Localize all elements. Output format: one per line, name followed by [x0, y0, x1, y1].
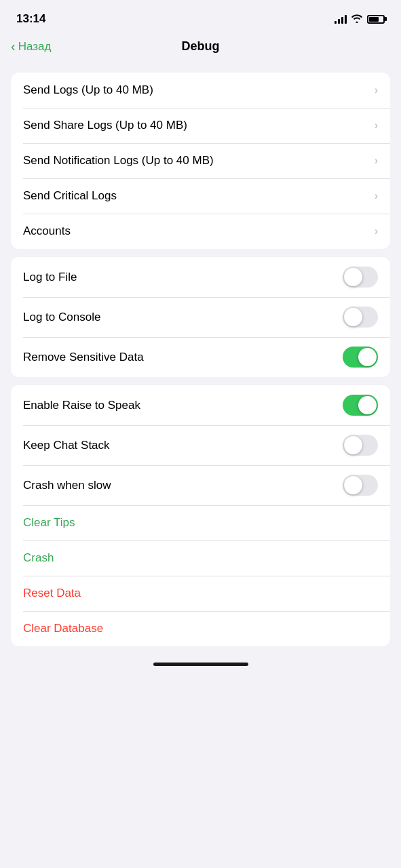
signal-icon [335, 14, 347, 24]
row-remove-sensitive-data: Remove Sensitive Data [11, 337, 390, 377]
status-time: 13:14 [16, 12, 45, 26]
row-crash[interactable]: Crash [11, 540, 390, 576]
chevron-icon: › [375, 119, 378, 132]
row-crash-when-slow: Crash when slow [11, 465, 390, 505]
toggle-enable-raise-to-speak[interactable] [343, 395, 378, 416]
row-send-logs[interactable]: Send Logs (Up to 40 MB) › [11, 73, 390, 108]
wifi-icon [351, 14, 363, 25]
back-button[interactable]: ‹ Назад [11, 40, 51, 54]
row-send-critical-logs[interactable]: Send Critical Logs › [11, 178, 390, 214]
status-bar: 13:14 [0, 0, 401, 34]
row-label-reset-data: Reset Data [23, 587, 81, 600]
toggle-remove-sensitive-data[interactable] [343, 347, 378, 368]
row-clear-tips[interactable]: Clear Tips [11, 505, 390, 540]
chevron-icon: › [375, 84, 378, 96]
back-chevron-icon: ‹ [11, 39, 16, 53]
chevron-icon: › [375, 155, 378, 167]
section-logs: Send Logs (Up to 40 MB) › Send Share Log… [11, 73, 390, 249]
toggle-knob [358, 396, 377, 414]
row-label-log-to-file: Log to File [23, 271, 77, 284]
row-enable-raise-to-speak: Enable Raise to Speak [11, 385, 390, 425]
row-label-send-logs: Send Logs (Up to 40 MB) [23, 83, 153, 97]
row-label-keep-chat-stack: Keep Chat Stack [23, 439, 110, 452]
row-send-share-logs[interactable]: Send Share Logs (Up to 40 MB) › [11, 108, 390, 143]
row-send-notification-logs[interactable]: Send Notification Logs (Up to 40 MB) › [11, 143, 390, 178]
toggle-keep-chat-stack[interactable] [343, 435, 378, 456]
toggle-log-to-file[interactable] [343, 267, 378, 288]
home-bar [153, 663, 248, 666]
section-toggles-2: Enable Raise to Speak Keep Chat Stack Cr… [11, 385, 390, 646]
toggle-knob [344, 436, 362, 454]
row-label-remove-sensitive-data: Remove Sensitive Data [23, 351, 144, 364]
row-label-crash-when-slow: Crash when slow [23, 479, 111, 492]
page-title: Debug [182, 39, 220, 54]
nav-bar: ‹ Назад Debug [0, 34, 401, 64]
row-log-to-console: Log to Console [11, 297, 390, 337]
row-label-send-share-logs: Send Share Logs (Up to 40 MB) [23, 119, 187, 132]
row-label-send-notification-logs: Send Notification Logs (Up to 40 MB) [23, 154, 214, 167]
toggle-knob [358, 348, 377, 366]
row-reset-data[interactable]: Reset Data [11, 576, 390, 611]
chevron-icon: › [375, 190, 378, 202]
battery-icon [367, 15, 385, 24]
toggle-knob [344, 476, 362, 494]
row-accounts[interactable]: Accounts › [11, 214, 390, 249]
row-label-clear-database: Clear Database [23, 622, 103, 635]
toggle-crash-when-slow[interactable] [343, 475, 378, 496]
row-label-enable-raise-to-speak: Enable Raise to Speak [23, 399, 140, 412]
section-toggles-1: Log to File Log to Console Remove Sensit… [11, 257, 390, 377]
home-indicator [0, 654, 401, 671]
toggle-log-to-console[interactable] [343, 307, 378, 328]
row-label-log-to-console: Log to Console [23, 311, 100, 324]
toggle-knob [344, 268, 362, 286]
row-log-to-file: Log to File [11, 257, 390, 297]
row-clear-database[interactable]: Clear Database [11, 611, 390, 646]
status-icons [335, 14, 385, 25]
row-label-clear-tips: Clear Tips [23, 516, 75, 530]
toggle-knob [344, 308, 362, 326]
row-keep-chat-stack: Keep Chat Stack [11, 425, 390, 465]
back-label: Назад [18, 40, 52, 54]
chevron-icon: › [375, 225, 378, 237]
row-label-accounts: Accounts [23, 224, 71, 238]
row-label-crash: Crash [23, 551, 54, 565]
row-label-send-critical-logs: Send Critical Logs [23, 189, 117, 203]
